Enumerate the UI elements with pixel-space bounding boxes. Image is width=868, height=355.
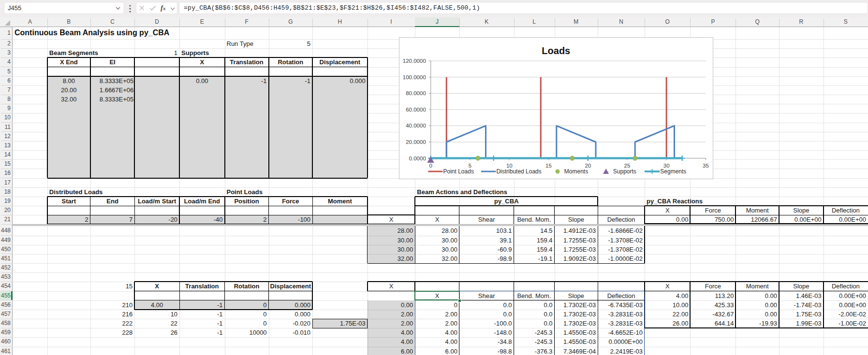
svg-text:5: 5 xyxy=(469,163,471,169)
svg-text:Segments: Segments xyxy=(660,168,686,175)
svg-text:0: 0 xyxy=(429,163,432,169)
svg-text:80.0000: 80.0000 xyxy=(406,90,426,96)
svg-text:Distributed Loads: Distributed Loads xyxy=(496,168,541,175)
svg-text:20: 20 xyxy=(585,163,591,169)
svg-text:20.0000: 20.0000 xyxy=(406,139,426,145)
svg-text:120.0000: 120.0000 xyxy=(403,58,426,64)
svg-text:Loads: Loads xyxy=(542,45,570,56)
svg-text:0.0000: 0.0000 xyxy=(409,156,426,161)
svg-text:Point Loads: Point Loads xyxy=(443,168,474,175)
svg-text:60.0000: 60.0000 xyxy=(406,107,426,113)
svg-text:100.0000: 100.0000 xyxy=(403,74,426,80)
svg-text:40.0000: 40.0000 xyxy=(406,123,426,128)
svg-text:35: 35 xyxy=(703,163,709,169)
svg-text:25: 25 xyxy=(624,163,631,169)
svg-text:10: 10 xyxy=(506,163,513,169)
svg-text:Moments: Moments xyxy=(564,168,588,175)
svg-text:15: 15 xyxy=(545,163,552,169)
svg-text:30: 30 xyxy=(663,163,670,169)
svg-text:Supports: Supports xyxy=(613,168,636,175)
